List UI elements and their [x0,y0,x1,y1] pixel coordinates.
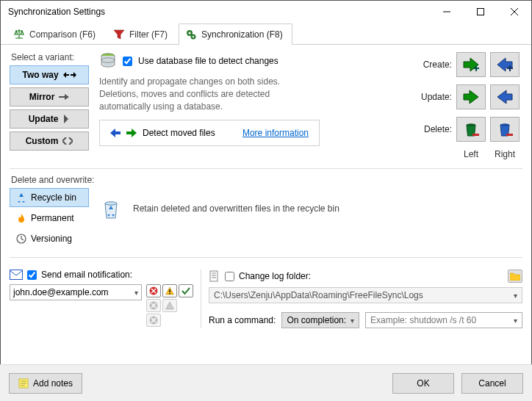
log-path-value: C:\Users\Zenju\AppData\Roaming\FreeFileS… [214,290,423,300]
cancel-button[interactable]: Cancel [461,373,523,394]
clock-icon [16,234,26,244]
svg-point-16 [500,123,509,126]
svg-rect-17 [506,134,513,136]
update-label: Update: [414,92,452,102]
email-cond-error-3[interactable] [146,314,161,327]
delete-mode-versioning[interactable]: Versioning [10,229,89,248]
delete-mode-permanent[interactable]: Permanent [10,209,89,228]
send-email-label: Send email notification: [41,270,132,280]
delete-mode-recycle[interactable]: Recycle bin [10,188,89,207]
svg-rect-20 [10,270,23,280]
browse-log-folder-button[interactable] [508,270,522,283]
ok-label: OK [417,378,429,389]
funnel-icon [113,29,125,40]
delete-mode-label: Recycle bin [31,192,76,203]
variant-description: Identify and propagate changes on both s… [99,76,290,112]
scales-icon [13,29,25,40]
database-icon [99,52,117,70]
run-command-input[interactable]: Example: shutdown /s /t 60 ▾ [365,312,522,328]
variant-label: Custom [26,136,59,146]
tab-filter[interactable]: Filter (F7) [107,24,177,45]
svg-rect-26 [210,271,218,281]
tab-label: Filter (F7) [129,29,168,40]
svg-rect-15 [472,134,479,136]
variant-custom[interactable]: Custom [10,131,89,151]
variant-label: Mirror [29,92,55,102]
variant-section-label: Select a variant: [11,52,89,62]
create-right-button[interactable] [490,52,520,77]
left-column-label: Left [456,149,486,159]
arrow-left-blue-icon [496,88,514,106]
send-email-checkbox[interactable] [27,270,37,280]
svg-rect-11 [475,65,477,71]
maximize-button[interactable] [464,1,497,23]
right-column-label: Right [490,149,520,159]
update-right-button[interactable] [490,84,520,109]
folder-icon [510,272,520,281]
recycle-bin-green-minus-icon [462,120,480,138]
variant-mirror[interactable]: Mirror [10,87,89,106]
variant-two-way[interactable]: Two way [10,65,89,84]
email-combo[interactable]: john.doe@example.com ▾ [10,284,142,300]
tab-synchronization[interactable]: Synchronization (F8) [179,24,292,45]
delete-overwrite-section-label: Delete and overwrite: [11,175,522,185]
more-information-link[interactable]: More information [242,128,309,138]
angle-brackets-icon [62,137,73,145]
envelope-icon [10,270,23,280]
warning-grey-icon [165,301,174,310]
error-grey-icon [149,316,158,325]
change-log-folder-checkbox[interactable] [225,272,234,281]
run-command-when-value: On completion: [287,315,346,325]
svg-point-14 [467,123,475,126]
recycle-bin-blue-minus-icon [496,120,514,138]
chevron-down-icon: ▾ [134,289,138,297]
run-command-placeholder: Example: shutdown /s /t 60 [370,315,476,325]
change-log-folder-label: Change log folder: [239,271,311,281]
arrow-left-blue-icon [110,128,121,138]
add-notes-button[interactable]: Add notes [9,373,82,394]
recycle-icon [16,192,26,203]
delete-mode-label: Permanent [31,213,74,223]
use-database-checkbox[interactable] [123,57,132,66]
tab-comparison[interactable]: Comparison (F6) [7,24,105,45]
delete-mode-description: Retain deleted and overwritten files in … [133,203,339,214]
minimize-button[interactable] [430,1,464,23]
add-notes-label: Add notes [33,378,73,389]
tab-label: Synchronization (F8) [201,29,283,40]
cancel-label: Cancel [478,378,506,389]
tab-label: Comparison (F6) [29,29,96,40]
arrow-right-plus-green-icon [462,56,480,73]
delete-right-button[interactable] [490,117,520,142]
email-cond-error[interactable] [146,284,161,297]
run-command-when-combo[interactable]: On completion: ▾ [281,312,359,328]
window-title: Synchronization Settings [8,7,430,17]
email-cond-success[interactable] [179,284,193,297]
arrow-right-icon [59,93,69,101]
svg-point-5 [189,32,191,35]
run-command-label: Run a command: [209,315,276,325]
email-cond-warning-2[interactable] [162,299,177,312]
email-cond-warning[interactable] [162,284,177,297]
email-cond-error-2[interactable] [146,299,161,312]
close-button[interactable] [497,1,531,23]
delete-left-button[interactable] [456,117,486,142]
error-icon [149,286,158,295]
two-way-arrows-icon [63,71,76,79]
svg-rect-1 [478,9,484,15]
create-label: Create: [414,59,452,70]
variant-update[interactable]: Update [10,109,89,129]
svg-rect-22 [169,289,170,292]
chevron-down-icon: ▾ [514,317,517,325]
chevron-right-icon [62,115,70,123]
update-left-button[interactable] [456,84,486,109]
email-value: john.doe@example.com [13,287,109,297]
note-icon [18,378,29,389]
create-left-button[interactable] [456,52,486,77]
arrow-left-plus-blue-icon [496,56,514,73]
email-condition-grid [146,284,193,327]
chevron-down-icon: ▾ [351,317,354,325]
ok-button[interactable]: OK [392,373,454,394]
svg-rect-13 [509,65,511,71]
check-icon [181,286,190,295]
chevron-down-icon: ▾ [514,292,517,300]
